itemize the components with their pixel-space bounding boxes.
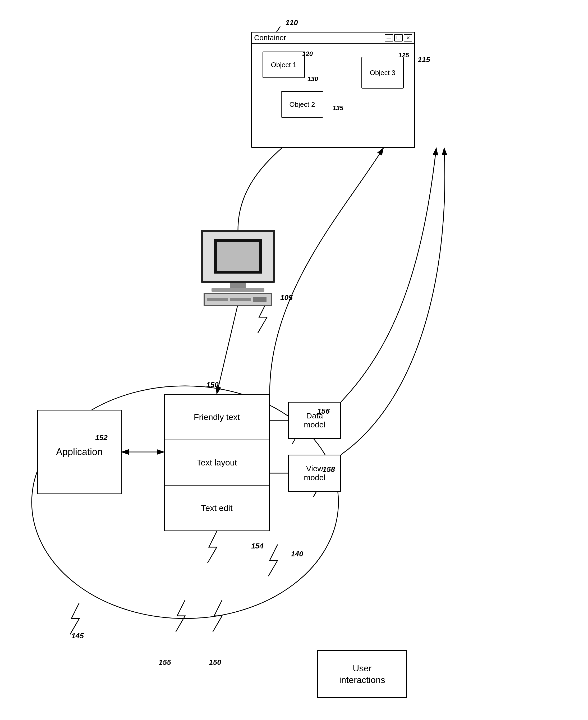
text-layout-label: Text layout	[197, 458, 237, 468]
svg-point-9	[148, 556, 211, 596]
diagram: 110 Container — ❐ ✕ Object 1 Object 2 Ob…	[0, 0, 588, 720]
monitor-screen	[201, 230, 275, 283]
window-controls: — ❐ ✕	[385, 34, 412, 42]
monitor-unit	[204, 293, 272, 306]
object-2-box: Object 2	[281, 91, 323, 118]
monitor-inner	[214, 239, 262, 274]
label-154: 154	[251, 542, 264, 550]
label-152: 152	[95, 433, 108, 442]
label-105: 105	[280, 293, 293, 302]
minimize-button[interactable]: —	[385, 34, 393, 42]
label-135: 135	[333, 104, 343, 112]
computer	[190, 230, 286, 304]
object-3-label: Object 3	[370, 69, 396, 77]
label-150-bottom: 150	[209, 658, 221, 666]
label-110: 110	[286, 19, 298, 27]
svg-point-7	[71, 523, 135, 571]
text-edit-row: Text edit	[165, 486, 269, 530]
text-layout-row: Text layout	[165, 440, 269, 486]
data-model-box: Data model	[288, 402, 341, 439]
object-1-label: Object 1	[271, 61, 297, 69]
svg-point-6	[66, 494, 119, 542]
svg-point-8	[103, 547, 172, 589]
object-1-box: Object 1	[262, 51, 305, 78]
monitor-stand	[230, 283, 246, 288]
object-2-label: Object 2	[290, 101, 315, 109]
label-115: 115	[418, 56, 430, 64]
window-title: Container	[254, 34, 286, 42]
object-3-box: Object 3	[361, 57, 404, 88]
svg-point-10	[190, 550, 254, 592]
view-model-label: View model	[304, 464, 326, 482]
label-158: 158	[322, 465, 335, 474]
stack-box: Friendly text Text layout Text edit	[164, 394, 270, 531]
drive-slot-2	[230, 298, 251, 301]
container-window: Container — ❐ ✕ Object 1 Object 2 Object…	[251, 32, 415, 148]
drive-slot-1	[207, 298, 228, 301]
maximize-button[interactable]: ❐	[394, 34, 403, 42]
label-120: 120	[302, 50, 313, 58]
monitor-base	[211, 288, 265, 292]
label-156: 156	[317, 407, 330, 416]
window-titlebar: Container — ❐ ✕	[252, 33, 414, 44]
application-box: Application	[37, 410, 122, 494]
text-edit-label: Text edit	[201, 503, 232, 513]
label-150-top: 150	[206, 381, 219, 389]
drive-slot-3	[253, 297, 267, 302]
window-body: Object 1 Object 2 Object 3 120 130 125 1…	[252, 44, 414, 147]
label-130: 130	[308, 75, 318, 83]
friendly-text-row: Friendly text	[165, 395, 269, 440]
user-interactions-label: User interactions	[339, 662, 385, 686]
label-145: 145	[71, 632, 84, 640]
close-button[interactable]: ✕	[404, 34, 412, 42]
application-label: Application	[56, 446, 103, 458]
label-125: 125	[398, 51, 409, 59]
user-interactions-box: User interactions	[317, 650, 407, 698]
label-155: 155	[159, 658, 171, 666]
friendly-text-label: Friendly text	[194, 412, 240, 422]
label-140: 140	[291, 550, 303, 558]
